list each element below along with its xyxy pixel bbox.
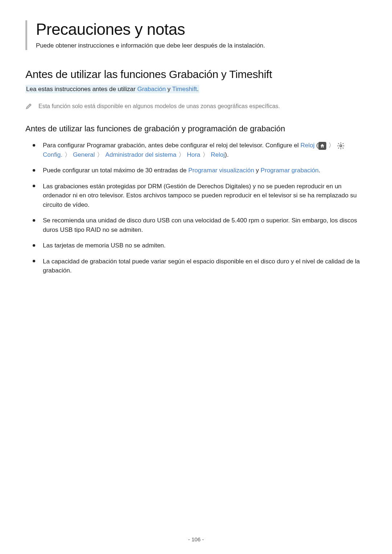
list-text: y	[254, 167, 261, 174]
svg-point-1	[340, 145, 342, 147]
link-timeshift[interactable]: Timeshift	[172, 86, 197, 93]
list-text: Para configurar Programar grabación, ant…	[43, 142, 301, 149]
chevron-right-icon: 〉	[176, 151, 187, 158]
gear-icon	[337, 142, 345, 150]
list-item: Las tarjetas de memoria USB no se admite…	[33, 241, 367, 250]
link-programar-visualizacion[interactable]: Programar visualización	[188, 167, 254, 174]
bullet-list: Para configurar Programar grabación, ant…	[33, 141, 367, 275]
chevron-right-icon: 〉	[95, 151, 105, 158]
list-text: ).	[225, 151, 229, 158]
link-programar-grabacion[interactable]: Programar grabación	[261, 167, 319, 174]
link-grabacion[interactable]: Grabación	[137, 86, 166, 93]
page-title: Precauciones y notas	[36, 20, 367, 38]
page: Precauciones y notas Puede obtener instr…	[0, 0, 392, 554]
link-admin[interactable]: Administrador del sistema	[105, 151, 176, 158]
page-number: - 106 -	[0, 536, 392, 542]
page-subtitle: Puede obtener instrucciones e informació…	[36, 42, 367, 50]
note-row: Esta función solo está disponible en alg…	[25, 103, 367, 110]
lead-text: .	[197, 86, 199, 93]
title-block: Precauciones y notas Puede obtener instr…	[25, 20, 367, 50]
list-item: Puede configurar un total máximo de 30 e…	[33, 166, 367, 175]
pencil-icon	[25, 103, 32, 110]
home-icon	[318, 142, 326, 150]
section-heading: Antes de utilizar las funciones Grabació…	[25, 68, 367, 81]
chevron-right-icon: 〉	[326, 142, 337, 149]
list-text: Puede configurar un total máximo de 30 e…	[43, 167, 188, 174]
link-general[interactable]: General	[73, 151, 95, 158]
list-item: Para configurar Programar grabación, ant…	[33, 141, 367, 159]
lead-text: y	[166, 86, 172, 93]
list-item: La capacidad de grabación total puede va…	[33, 257, 367, 275]
link-hora[interactable]: Hora	[187, 151, 200, 158]
lead-highlight: Lea estas instrucciones antes de utiliza…	[25, 85, 199, 93]
link-reloj[interactable]: Reloj	[301, 142, 315, 149]
link-reloj-path[interactable]: Reloj	[211, 151, 225, 158]
chevron-right-icon: 〉	[200, 151, 211, 158]
link-config[interactable]: Config.	[43, 151, 62, 158]
lead-paragraph: Lea estas instrucciones antes de utiliza…	[25, 86, 367, 93]
note-text: Esta función solo está disponible en alg…	[38, 103, 280, 110]
list-item: Las grabaciones están protegidas por DRM…	[33, 182, 367, 210]
chevron-right-icon: 〉	[62, 151, 73, 158]
list-text: (	[314, 142, 318, 149]
subsection-heading: Antes de utilizar las funciones de graba…	[25, 124, 367, 134]
list-item: Se recomienda una unidad de disco duro U…	[33, 216, 367, 234]
list-text: .	[319, 167, 320, 174]
lead-text: Lea estas instrucciones antes de utiliza…	[26, 86, 137, 93]
